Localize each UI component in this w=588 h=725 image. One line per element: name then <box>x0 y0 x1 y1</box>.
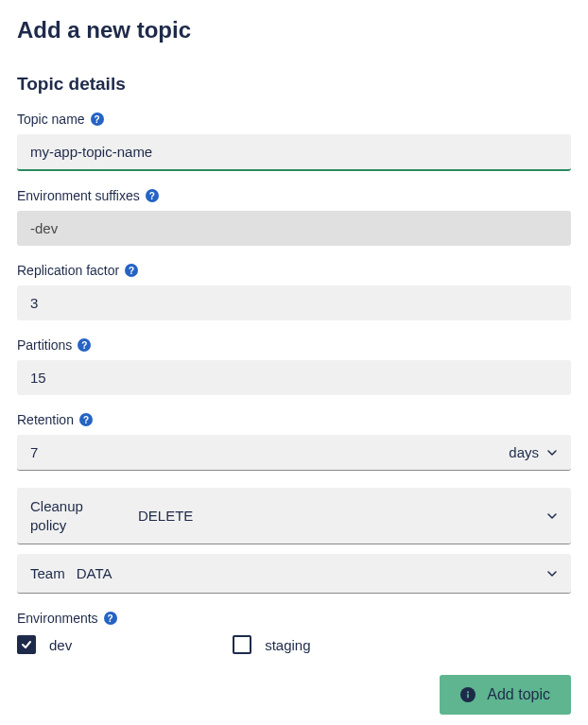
replication-factor-label: Replication factor <box>17 263 119 278</box>
chevron-down-icon <box>546 568 558 579</box>
retention-label: Retention <box>17 412 74 427</box>
svg-rect-1 <box>467 694 469 699</box>
env-checkbox-dev[interactable]: dev <box>17 635 72 654</box>
retention-unit-value: days <box>509 444 539 460</box>
partitions-input[interactable] <box>17 360 571 395</box>
env-checkbox-staging[interactable]: staging <box>233 635 310 654</box>
team-field: Team DATA <box>17 554 571 594</box>
chevron-down-icon <box>546 510 558 522</box>
retention-input[interactable] <box>17 435 495 470</box>
env-option-label: dev <box>49 637 72 653</box>
topic-name-input[interactable] <box>17 134 571 171</box>
partitions-field: Partitions ? <box>17 337 571 395</box>
env-suffixes-label: Environment suffixes <box>17 188 140 203</box>
help-icon[interactable]: ? <box>104 612 117 625</box>
help-icon[interactable]: ? <box>146 189 159 202</box>
page-title: Add a new topic <box>17 17 571 43</box>
partitions-label: Partitions <box>17 337 72 353</box>
env-option-label: staging <box>265 637 310 653</box>
chevron-down-icon <box>546 447 558 458</box>
cleanup-policy-value: DELETE <box>138 508 193 524</box>
topic-name-label: Topic name <box>17 112 85 127</box>
info-icon <box>460 687 476 702</box>
help-icon[interactable]: ? <box>78 338 91 352</box>
cleanup-policy-label: Cleanup policy <box>30 497 110 534</box>
replication-factor-input[interactable] <box>17 285 571 320</box>
add-topic-button[interactable]: Add topic <box>440 675 571 715</box>
svg-point-0 <box>467 691 469 693</box>
topic-name-field: Topic name ? <box>17 112 571 171</box>
checkbox-icon <box>233 635 251 654</box>
env-suffixes-input <box>17 211 571 246</box>
team-label: Team <box>30 565 65 581</box>
environments-label: Environments <box>17 611 98 626</box>
cleanup-policy-select[interactable]: Cleanup policy DELETE <box>17 488 571 544</box>
environments-field: Environments ? dev staging <box>17 611 571 654</box>
help-icon[interactable]: ? <box>125 264 138 277</box>
replication-factor-field: Replication factor ? <box>17 263 571 320</box>
add-topic-button-label: Add topic <box>487 686 550 703</box>
help-icon[interactable]: ? <box>79 413 93 426</box>
retention-unit-select[interactable]: days <box>495 435 571 470</box>
env-suffixes-field: Environment suffixes ? <box>17 188 571 246</box>
cleanup-policy-field: Cleanup policy DELETE <box>17 488 571 544</box>
checkbox-icon <box>17 635 36 654</box>
team-value: DATA <box>77 565 112 581</box>
team-select[interactable]: Team DATA <box>17 554 571 594</box>
retention-field: Retention ? days <box>17 412 571 471</box>
help-icon[interactable]: ? <box>91 112 104 126</box>
section-title: Topic details <box>17 74 571 95</box>
